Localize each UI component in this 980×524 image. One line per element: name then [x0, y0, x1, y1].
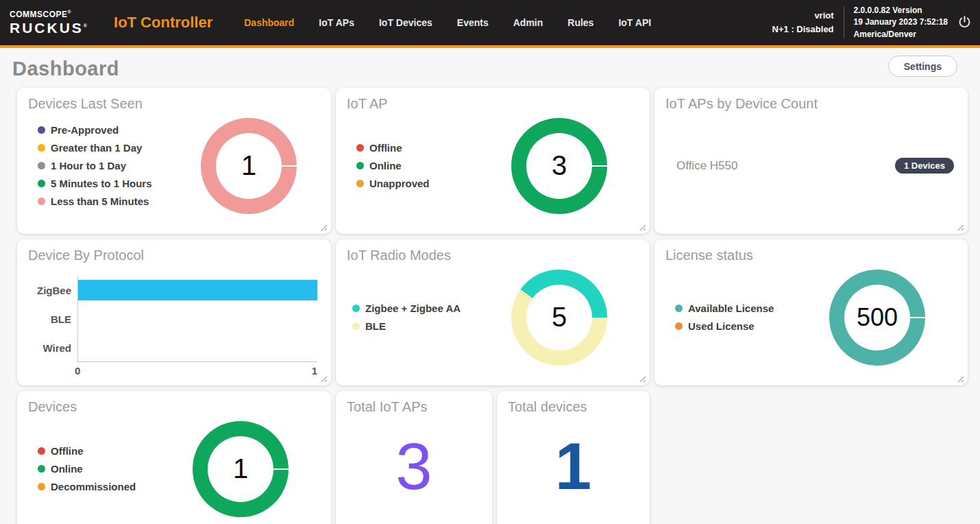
x-tick: 0 — [75, 365, 80, 377]
card-title: IoT AP — [336, 88, 650, 112]
card-iot-aps-by-device-count: IoT APs by Device Count Office H550 1 De… — [654, 88, 968, 234]
devices-last-seen-donut: 1 — [201, 118, 297, 214]
ap-count-row: Office H550 1 Devices — [654, 112, 968, 219]
legend-item[interactable]: Online — [38, 463, 136, 475]
nav-item-dashboard[interactable]: Dashboard — [244, 17, 294, 28]
legend-dot-icon — [38, 198, 45, 205]
app-header: COMMSCOPE® RUCKUS® IoT Controller Dashbo… — [0, 0, 980, 48]
logo-commscope: COMMSCOPE® — [10, 10, 89, 19]
legend-dot-icon — [38, 126, 45, 134]
y-axis-label: ZigBee — [28, 276, 77, 305]
license-status-legend: Available License Used License — [675, 302, 774, 332]
card-license-status: License status Available License Used Li… — [654, 239, 968, 385]
legend-item[interactable]: 1 Hour to 1 Day — [38, 160, 152, 171]
totals-row: Total IoT APs 3 Total devices 1 — [336, 391, 650, 524]
resize-handle-icon[interactable] — [639, 224, 646, 231]
resize-handle-icon[interactable] — [957, 375, 964, 383]
commscope-ruckus-logo: COMMSCOPE® RUCKUS® — [10, 10, 89, 35]
legend-item[interactable]: Available License — [675, 302, 774, 314]
donut-slice-separator — [909, 317, 925, 318]
card-title: Devices — [17, 391, 331, 415]
controller-status: vriot N+1 : Disabled — [772, 9, 834, 36]
legend-dot-icon — [356, 144, 364, 152]
license-status-donut: 500 — [829, 270, 925, 366]
legend-item[interactable]: Unapproved — [356, 178, 430, 189]
nav-item-iot-api[interactable]: IoT API — [618, 17, 651, 28]
legend-item[interactable]: Offline — [38, 445, 136, 457]
legend-dot-icon — [352, 305, 360, 312]
empty-grid-cell — [654, 391, 968, 524]
protocol-bar — [78, 280, 317, 300]
resize-handle-icon[interactable] — [639, 375, 646, 383]
nav-item-iot-devices[interactable]: IoT Devices — [379, 17, 432, 28]
version-text: 2.0.0.0.82 Version — [854, 5, 948, 16]
datetime-text: 19 January 2023 7:52:18 — [854, 16, 948, 28]
card-title: Total devices — [497, 391, 650, 415]
legend-dot-icon — [38, 447, 45, 455]
y-axis-label: Wired — [28, 333, 77, 362]
legend-item[interactable]: Used License — [675, 320, 774, 332]
donut-slice-separator — [273, 468, 289, 470]
power-icon — [957, 15, 972, 29]
iot-radio-modes-donut: 5 — [511, 270, 607, 366]
legend-item[interactable]: Online — [356, 160, 430, 171]
total-iot-aps-value: 3 — [336, 415, 492, 518]
settings-button[interactable]: Settings — [888, 56, 957, 77]
legend-dot-icon — [38, 180, 45, 187]
resize-handle-icon[interactable] — [320, 375, 328, 383]
legend-item[interactable]: Pre-Approved — [38, 124, 152, 136]
page-head: Dashboard Settings — [0, 48, 980, 88]
legend-item[interactable]: BLE — [352, 320, 461, 332]
plot-area — [77, 276, 317, 362]
card-iot-radio-modes: IoT Radio Modes Zigbee + Zigbee AA BLE 5 — [336, 239, 650, 385]
ap-name: Office H550 — [676, 159, 737, 173]
donut-center-value: 1 — [208, 436, 273, 502]
card-title: License status — [654, 239, 968, 263]
card-devices-last-seen: Devices Last Seen Pre-Approved Greater t… — [17, 88, 331, 234]
legend-item[interactable]: Zigbee + Zigbee AA — [352, 302, 461, 314]
iot-ap-donut: 3 — [511, 118, 607, 214]
legend-dot-icon — [356, 180, 364, 187]
y-axis-label: BLE — [28, 305, 77, 333]
x-axis-ticks: 0 1 — [75, 365, 317, 377]
controller-name: vriot — [772, 9, 834, 23]
donut-center-value: 5 — [526, 285, 592, 350]
devices-last-seen-legend: Pre-Approved Greater than 1 Day 1 Hour t… — [38, 124, 152, 207]
nav-item-rules[interactable]: Rules — [567, 17, 593, 28]
legend-item[interactable]: Offline — [356, 142, 430, 154]
card-total-iot-aps: Total IoT APs 3 — [336, 391, 492, 524]
legend-dot-icon — [38, 144, 45, 152]
legend-dot-icon — [352, 322, 360, 330]
page-title: Dashboard — [12, 58, 119, 80]
donut-center-value: 500 — [844, 285, 910, 350]
legend-dot-icon — [675, 322, 683, 330]
resize-handle-icon[interactable] — [320, 224, 328, 231]
dashboard-grid: Devices Last Seen Pre-Approved Greater t… — [17, 88, 968, 524]
device-count-badge: 1 Devices — [895, 158, 954, 174]
card-title: IoT APs by Device Count — [654, 88, 968, 112]
iot-ap-legend: Offline Online Unapproved — [356, 142, 430, 189]
legend-dot-icon — [38, 483, 45, 490]
card-devices: Devices Offline Online Decommissioned 1 — [17, 391, 331, 524]
card-title: Device By Protocol — [17, 239, 331, 263]
main-nav: Dashboard IoT APs IoT Devices Events Adm… — [244, 17, 651, 28]
nav-item-iot-aps[interactable]: IoT APs — [319, 17, 354, 28]
legend-item[interactable]: Decommissioned — [38, 481, 136, 492]
legend-dot-icon — [356, 162, 364, 169]
ha-status: N+1 : Disabled — [772, 23, 834, 36]
resize-handle-icon[interactable] — [957, 224, 964, 231]
card-title: Total IoT APs — [336, 391, 492, 415]
nav-item-events[interactable]: Events — [457, 17, 489, 28]
app-title: IoT Controller — [114, 14, 212, 32]
power-button[interactable] — [957, 15, 972, 29]
legend-item[interactable]: 5 Minutes to 1 Hours — [38, 178, 152, 189]
legend-item[interactable]: Less than 5 Minutes — [38, 195, 152, 207]
version-block: 2.0.0.0.82 Version 19 January 2023 7:52:… — [854, 5, 948, 40]
legend-dot-icon — [38, 162, 45, 169]
header-right: vriot N+1 : Disabled 2.0.0.0.82 Version … — [772, 5, 980, 40]
protocol-bar-chart: ZigBee BLE Wired — [28, 276, 317, 362]
legend-item[interactable]: Greater than 1 Day — [38, 142, 152, 154]
nav-item-admin[interactable]: Admin — [513, 17, 543, 28]
donut-slice-separator — [591, 165, 607, 167]
iot-radio-modes-legend: Zigbee + Zigbee AA BLE — [352, 302, 461, 332]
